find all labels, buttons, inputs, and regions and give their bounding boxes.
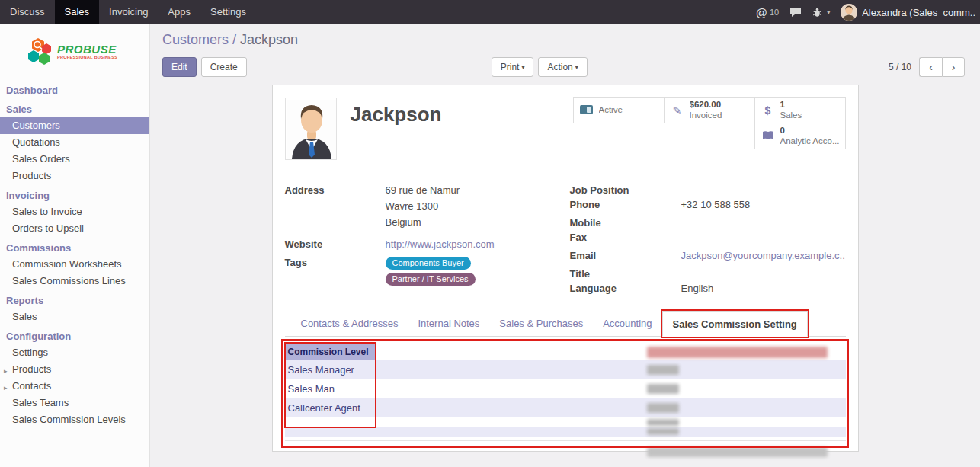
sidebar-item-reports-sales[interactable]: Sales <box>0 309 149 325</box>
button-row: Edit Create Print▾ Action▾ 5 / 10 ‹ › <box>162 56 965 77</box>
sidebar-item-customers[interactable]: Customers <box>0 117 149 134</box>
sidebar-item-commission-worksheets[interactable]: Commission Worksheets <box>0 256 149 273</box>
bug-icon <box>812 8 822 18</box>
sidebar-item-config-products[interactable]: ▸ Products <box>0 361 149 378</box>
edit-button[interactable]: Edit <box>162 57 197 77</box>
tab-sales-commission-setting[interactable]: Sales Commission Setting <box>662 311 808 337</box>
logo-subtitle: PROFESSIONAL BUSINESS <box>57 55 117 59</box>
stat-sales-button[interactable]: $ 1 Sales <box>754 97 846 123</box>
sidebar-item-config-contacts[interactable]: ▸ Contacts <box>0 378 149 395</box>
stat-label: Sales <box>780 110 802 121</box>
website-link[interactable]: http://www.jackpson.com <box>386 238 495 250</box>
table-row-callcenter-agent[interactable]: Callcenter Agent <box>285 398 846 417</box>
sidebar-item-products[interactable]: Products <box>0 168 149 184</box>
print-dropdown[interactable]: Print▾ <box>492 57 534 77</box>
sidebar-item-settings[interactable]: Settings <box>0 344 149 361</box>
sidebar-item-sales-commissions-lines[interactable]: Sales Commissions Lines <box>0 273 149 289</box>
mention-count: 10 <box>770 8 779 17</box>
stat-label: Analytic Acco... <box>780 136 840 147</box>
logo-text: PROBUSE PROFESSIONAL BUSINESS <box>57 43 117 59</box>
language-value: English <box>681 283 714 295</box>
menu-discuss[interactable]: Discuss <box>0 0 55 24</box>
chevron-right-icon: › <box>952 61 956 73</box>
sidebar-item-orders-to-upsell[interactable]: Orders to Upsell <box>0 220 149 237</box>
application-window: Discuss Sales Invoicing Apps Settings @ … <box>0 0 980 467</box>
email-link[interactable]: Jackpson@yourcompany.example.c.. <box>681 250 845 261</box>
field-column-left: Address 69 rue de Namur Wavre 1300 Belgi… <box>285 184 565 297</box>
tab-sales-purchases[interactable]: Sales & Purchases <box>489 311 593 336</box>
active-toggle-icon <box>580 105 593 114</box>
redacted-value <box>647 384 679 394</box>
breadcrumb: Customers / Jackpson <box>162 32 965 48</box>
dollar-icon: $ <box>761 104 776 117</box>
debug-menu-button[interactable]: ▾ <box>812 8 830 18</box>
sidebar-section-reports: Reports <box>0 289 149 309</box>
record-sheet: Jackpson Active ✎ $620.00 Invoiced <box>272 85 859 452</box>
pager-next-button[interactable]: › <box>942 57 965 77</box>
table-row-empty <box>285 417 846 427</box>
tab-accounting[interactable]: Accounting <box>593 311 661 336</box>
stat-value: $620.00 <box>690 100 722 110</box>
phone-value: +32 10 588 558 <box>681 199 751 211</box>
pager-counter: 5 / 10 <box>889 62 911 72</box>
pager-previous-button[interactable]: ‹ <box>919 57 942 77</box>
table-header-row: Commission Level <box>285 344 846 360</box>
at-icon: @ <box>756 6 767 19</box>
table-row-sales-man[interactable]: Sales Man <box>285 379 846 398</box>
probuse-logo-icon <box>26 37 52 66</box>
menu-apps[interactable]: Apps <box>158 0 200 24</box>
user-name: Alexandra (Sales_comm.. <box>862 7 975 18</box>
address-label: Address <box>285 184 386 232</box>
stat-label: Active <box>599 105 623 116</box>
sidebar-item-sales-teams[interactable]: Sales Teams <box>0 395 149 411</box>
website-label: Website <box>285 238 386 251</box>
app-logo[interactable]: PROBUSE PROFESSIONAL BUSINESS <box>0 24 149 70</box>
stat-value: 1 <box>780 100 802 110</box>
create-button[interactable]: Create <box>201 57 247 77</box>
mention-counter[interactable]: @ 10 <box>756 6 779 19</box>
redacted-value <box>647 419 679 426</box>
tag-partner-it-services: Partner / IT Services <box>386 273 476 286</box>
redacted-header <box>647 347 828 358</box>
sidebar-item-sales-orders[interactable]: Sales Orders <box>0 151 149 168</box>
sidebar-item-sales-to-invoice[interactable]: Sales to Invoice <box>0 203 149 220</box>
redacted-value <box>647 365 679 375</box>
tag-components-buyer: Components Buyer <box>386 257 471 270</box>
breadcrumb-customers-link[interactable]: Customers / <box>162 32 240 47</box>
customer-photo <box>285 98 337 160</box>
job-position-label: Job Position <box>570 184 681 197</box>
redacted-value <box>647 428 679 435</box>
pager: 5 / 10 ‹ › <box>889 57 965 77</box>
sidebar: PROBUSE PROFESSIONAL BUSINESS Dashboard … <box>0 24 150 467</box>
menu-settings[interactable]: Settings <box>200 0 256 24</box>
user-menu[interactable]: Alexandra (Sales_comm.. <box>841 4 975 21</box>
stat-analytic-accounts-button[interactable]: 0 Analytic Acco... <box>754 123 846 149</box>
menu-sales[interactable]: Sales <box>55 0 100 24</box>
fax-label: Fax <box>570 232 681 244</box>
print-label: Print <box>501 62 520 72</box>
title-label: Title <box>570 268 681 280</box>
chat-bubble-icon <box>789 7 802 18</box>
stat-active-button[interactable]: Active <box>573 97 665 123</box>
action-dropdown[interactable]: Action▾ <box>538 57 587 77</box>
menu-invoicing[interactable]: Invoicing <box>99 0 158 24</box>
topbar-right-tools: @ 10 ▾ Alexandra (Sales_comm.. <box>756 0 980 24</box>
stat-invoiced-button[interactable]: ✎ $620.00 Invoiced <box>664 97 755 123</box>
email-label: Email <box>570 250 681 262</box>
sidebar-item-label: Contacts <box>12 380 51 392</box>
redacted-footer <box>647 447 828 457</box>
caret-down-icon: ▾ <box>521 64 524 71</box>
tags-label: Tags <box>285 257 386 289</box>
messages-button[interactable] <box>789 7 802 18</box>
field-grid: Address 69 rue de Namur Wavre 1300 Belgi… <box>285 184 846 297</box>
sidebar-section-sales: Sales <box>0 98 149 117</box>
sidebar-nav: Dashboard Sales Customers Quotations Sal… <box>0 79 149 428</box>
table-row-sales-manager[interactable]: Sales Manager <box>285 360 846 379</box>
notebook-tabs: Contacts & Addresses Internal Notes Sale… <box>285 311 846 337</box>
redacted-value <box>647 403 679 413</box>
tab-internal-notes[interactable]: Internal Notes <box>408 311 489 336</box>
commission-level-cell: Callcenter Agent <box>285 402 647 414</box>
tab-contacts-addresses[interactable]: Contacts & Addresses <box>291 311 408 336</box>
sidebar-item-quotations[interactable]: Quotations <box>0 134 149 151</box>
sidebar-item-sales-commission-levels[interactable]: Sales Commission Levels <box>0 411 149 428</box>
